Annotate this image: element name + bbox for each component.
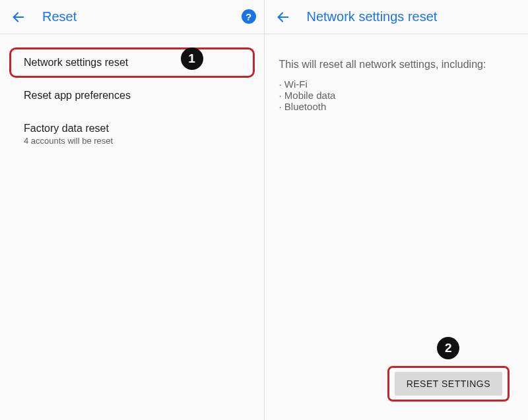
list-item-title: Factory data reset xyxy=(24,123,240,135)
reset-button-highlight: RESET SETTINGS xyxy=(387,366,510,402)
back-arrow-icon[interactable] xyxy=(11,9,26,25)
list-item-reset-app-preferences[interactable]: Reset app preferences xyxy=(9,80,255,111)
left-header: Reset ? xyxy=(0,0,264,34)
reset-description: This will reset all network settings, in… xyxy=(265,45,529,76)
right-content: This will reset all network settings, in… xyxy=(265,34,529,420)
reset-panel: Reset ? Network settings reset 1 Reset a… xyxy=(0,0,265,420)
list-item-title: Reset app preferences xyxy=(24,90,240,102)
callout-badge-1: 1 xyxy=(181,47,203,70)
network-reset-panel: Network settings reset This will reset a… xyxy=(265,0,529,420)
bullet-mobile-data: Mobile data xyxy=(279,90,514,101)
callout-badge-2: 2 xyxy=(437,337,459,359)
left-header-title: Reset xyxy=(42,9,77,24)
list-item-factory-data-reset[interactable]: Factory data reset 4 accounts will be re… xyxy=(9,113,255,155)
list-item-network-settings-reset[interactable]: Network settings reset xyxy=(9,47,255,78)
list-item-title: Network settings reset xyxy=(24,57,240,69)
reset-bullets: Wi-Fi Mobile data Bluetooth xyxy=(265,76,529,115)
right-header-title: Network settings reset xyxy=(307,9,438,24)
help-icon[interactable]: ? xyxy=(242,9,256,24)
left-content: Network settings reset 1 Reset app prefe… xyxy=(0,34,264,420)
bullet-wifi: Wi-Fi xyxy=(279,78,514,90)
list-item-subtitle: 4 accounts will be reset xyxy=(24,136,240,146)
right-header: Network settings reset xyxy=(265,0,529,34)
button-area: 2 RESET SETTINGS xyxy=(387,337,510,402)
back-arrow-icon[interactable] xyxy=(275,9,291,25)
bullet-bluetooth: Bluetooth xyxy=(279,101,514,112)
reset-settings-button[interactable]: RESET SETTINGS xyxy=(395,372,502,396)
